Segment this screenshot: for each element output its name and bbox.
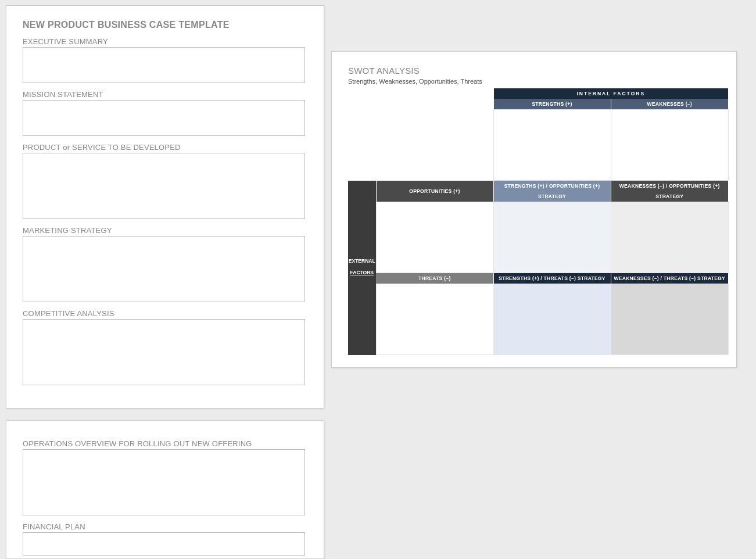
swot-cell-weaknesses[interactable]: [611, 110, 728, 181]
label-mission-statement: MISSION STATEMENT: [23, 90, 307, 99]
swot-strengths-header: STRENGTHS (+): [493, 99, 611, 110]
swot-cell-st[interactable]: [493, 284, 611, 355]
swot-subtitle: Strengths, Weaknesses, Opportunities, Th…: [348, 78, 720, 85]
label-marketing-strategy: MARKETING STRATEGY: [23, 226, 307, 235]
swot-wt-header: WEAKNESSES (–) / THREATS (–) STRATEGY: [611, 273, 728, 284]
swot-weaknesses-header: WEAKNESSES (–): [611, 99, 728, 110]
label-product-service: PRODUCT or SERVICE TO BE DEVELOPED: [23, 143, 307, 152]
label-operations-overview: OPERATIONS OVERVIEW FOR ROLLING OUT NEW …: [23, 439, 307, 448]
label-executive-summary: EXECUTIVE SUMMARY: [23, 37, 307, 46]
swot-opportunities-header: OPPORTUNITIES (+): [376, 181, 493, 202]
label-financial-plan: FINANCIAL PLAN: [23, 522, 307, 531]
field-operations-overview[interactable]: [23, 449, 305, 515]
field-product-service[interactable]: [23, 153, 305, 219]
swot-cell-threats[interactable]: [376, 284, 493, 355]
swot-cell-wo[interactable]: [611, 202, 728, 273]
page-swot: SWOT ANALYSIS Strengths, Weaknesses, Opp…: [331, 51, 737, 368]
swot-matrix: INTERNAL FACTORS STRENGTHS (+) WEAKNESSE…: [348, 88, 729, 355]
field-mission-statement[interactable]: [23, 100, 305, 136]
label-competitive-analysis: COMPETITIVE ANALYSIS: [23, 309, 307, 318]
swot-external-factors-header: EXTERNAL FACTORS: [348, 181, 376, 355]
page-two: OPERATIONS OVERVIEW FOR ROLLING OUT NEW …: [6, 420, 324, 559]
field-competitive-analysis[interactable]: [23, 319, 305, 385]
field-financial-plan[interactable]: [23, 532, 305, 556]
page-one: NEW PRODUCT BUSINESS CASE TEMPLATE EXECU…: [6, 5, 324, 408]
swot-internal-factors-header: INTERNAL FACTORS: [493, 88, 728, 99]
swot-cell-wt[interactable]: [611, 284, 728, 355]
swot-so-header: STRENGTHS (+) / OPPORTUNITIES (+) STRATE…: [493, 181, 611, 202]
document-title: NEW PRODUCT BUSINESS CASE TEMPLATE: [23, 20, 307, 30]
swot-cell-strengths[interactable]: [493, 110, 611, 181]
swot-title: SWOT ANALYSIS: [348, 66, 720, 76]
field-marketing-strategy[interactable]: [23, 236, 305, 302]
swot-st-header: STRENGTHS (+) / THREATS (–) STRATEGY: [493, 273, 611, 284]
field-executive-summary[interactable]: [23, 47, 305, 83]
swot-threats-header: THREATS (–): [376, 273, 493, 284]
swot-wo-header: WEAKNESSES (–) / OPPORTUNITIES (+) STRAT…: [611, 181, 728, 202]
swot-cell-so[interactable]: [493, 202, 611, 273]
swot-cell-opportunities[interactable]: [376, 202, 493, 273]
